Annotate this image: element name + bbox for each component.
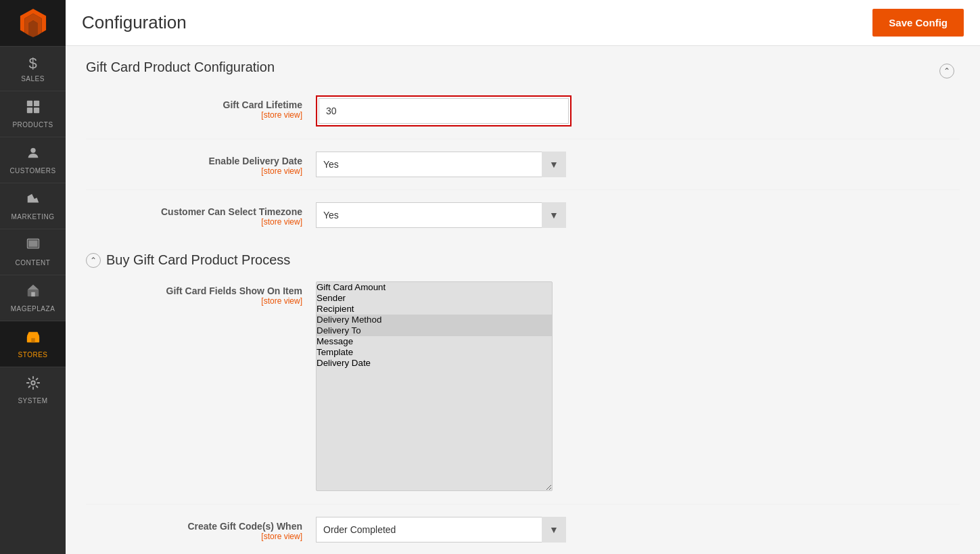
timezone-label-wrap: Customer Can Select Timezone [store view… (86, 202, 316, 227)
timezone-select[interactable]: Yes No (316, 202, 566, 228)
sidebar-item-stores[interactable]: STORES (0, 321, 66, 367)
customers-icon (26, 145, 41, 164)
multiselect-item-message[interactable]: Message (317, 336, 552, 347)
sidebar-label-products: PRODUCTS (12, 121, 53, 129)
sales-icon: $ (28, 55, 37, 72)
timezone-row: Customer Can Select Timezone [store view… (86, 202, 960, 240)
header: Configuration Save Config (66, 0, 980, 46)
sidebar-label-mageplaza: MAGEPLAZA (11, 305, 55, 313)
sidebar-label-marketing: MARKETING (11, 213, 55, 221)
fields-show-multiselect[interactable]: Gift Card Amount Sender Recipient Delive… (316, 281, 553, 491)
delivery-date-select-wrap: Yes No ▼ (316, 152, 566, 177)
sidebar-item-content[interactable]: CONTENT (0, 229, 66, 275)
multiselect-item-recipient[interactable]: Recipient (317, 304, 552, 315)
multiselect-item-template[interactable]: Template (317, 347, 552, 358)
create-code-store-view: [store view] (86, 532, 302, 541)
lifetime-control (316, 95, 960, 126)
stores-icon (26, 329, 41, 348)
lifetime-input-highlight (316, 95, 571, 126)
fields-show-row: Gift Card Fields Show On Item [store vie… (86, 281, 960, 505)
svg-point-4 (30, 148, 35, 153)
fields-show-label-wrap: Gift Card Fields Show On Item [store vie… (86, 281, 316, 306)
svg-rect-7 (28, 241, 37, 247)
svg-rect-11 (31, 338, 35, 342)
mageplaza-icon (26, 283, 41, 302)
create-code-label-wrap: Create Gift Code(s) When [store view] (86, 517, 316, 541)
delivery-date-control: Yes No ▼ (316, 152, 960, 177)
svg-point-12 (31, 381, 35, 385)
sidebar-item-mageplaza[interactable]: MAGEPLAZA (0, 275, 66, 321)
buy-section-title: Buy Gift Card Product Process (106, 252, 290, 268)
page-title: Configuration (82, 12, 187, 33)
svg-rect-1 (33, 101, 39, 106)
sidebar-label-sales: SALES (21, 75, 45, 83)
system-icon (26, 375, 41, 394)
sidebar-label-content: CONTENT (16, 259, 51, 267)
delivery-date-label: Enable Delivery Date (86, 156, 302, 166)
create-code-control: Order Completed Invoice Created Order Pl… (316, 517, 960, 543)
fields-show-label: Gift Card Fields Show On Item (86, 285, 302, 296)
products-icon (26, 99, 41, 118)
save-config-button[interactable]: Save Config (872, 9, 964, 37)
sidebar-item-products[interactable]: PRODUCTS (0, 91, 66, 137)
timezone-label: Customer Can Select Timezone (86, 206, 302, 217)
multiselect-item-sender[interactable]: Sender (317, 293, 552, 304)
content-icon (26, 237, 41, 256)
sidebar-label-system: SYSTEM (18, 397, 47, 405)
fields-show-store-view: [store view] (86, 296, 302, 306)
lifetime-label: Gift Card Lifetime (86, 99, 302, 110)
svg-rect-0 (26, 101, 32, 106)
sidebar-item-marketing[interactable]: MARKETING (0, 183, 66, 229)
sidebar-label-customers: CUSTOMERS (9, 167, 55, 175)
sidebar-item-system[interactable]: SYSTEM (0, 367, 66, 413)
timezone-select-wrap: Yes No ▼ (316, 202, 566, 228)
sidebar: $ SALES PRODUCTS CUSTOMERS MARKETING CON… (0, 0, 66, 554)
svg-rect-3 (33, 108, 39, 113)
lifetime-row: Gift Card Lifetime [store view] (86, 95, 960, 139)
delivery-date-row: Enable Delivery Date [store view] Yes No… (86, 152, 960, 190)
sidebar-item-customers[interactable]: CUSTOMERS (0, 137, 66, 183)
multiselect-item-delivery-date[interactable]: Delivery Date (317, 358, 552, 369)
lifetime-store-view: [store view] (86, 110, 302, 120)
multiselect-item-delivery-to[interactable]: Delivery To (317, 325, 552, 336)
delivery-date-select[interactable]: Yes No (316, 152, 566, 177)
sidebar-label-stores: STORES (18, 351, 48, 359)
gift-card-collapse-button[interactable]: ⌃ (939, 64, 954, 78)
svg-rect-2 (26, 108, 32, 113)
sidebar-logo (0, 0, 66, 46)
timezone-store-view: [store view] (86, 217, 302, 227)
create-code-select[interactable]: Order Completed Invoice Created Order Pl… (316, 517, 566, 543)
delivery-date-label-wrap: Enable Delivery Date [store view] (86, 152, 316, 176)
buy-section-collapse-button[interactable]: ⌃ (86, 253, 101, 268)
marketing-icon (26, 191, 41, 210)
multiselect-item-delivery-method[interactable]: Delivery Method (317, 315, 552, 325)
gift-card-section-title: Gift Card Product Configuration (86, 60, 275, 82)
timezone-control: Yes No ▼ (316, 202, 960, 228)
svg-rect-9 (31, 292, 35, 296)
delivery-date-store-view: [store view] (86, 166, 302, 176)
multiselect-item-gift-card-amount[interactable]: Gift Card Amount (317, 282, 552, 293)
lifetime-input[interactable] (319, 98, 569, 124)
gift-card-section: Gift Card Product Configuration ⌃ Gift C… (86, 60, 960, 240)
buy-section: ⌃ Buy Gift Card Product Process Gift Car… (86, 252, 960, 554)
sidebar-item-sales[interactable]: $ SALES (0, 46, 66, 91)
create-code-row: Create Gift Code(s) When [store view] Or… (86, 517, 960, 554)
content-area: Gift Card Product Configuration ⌃ Gift C… (66, 46, 980, 554)
buy-section-title-row: ⌃ Buy Gift Card Product Process (86, 252, 960, 268)
create-code-label: Create Gift Code(s) When (86, 521, 302, 532)
create-code-select-wrap: Order Completed Invoice Created Order Pl… (316, 517, 566, 543)
lifetime-label-wrap: Gift Card Lifetime [store view] (86, 95, 316, 120)
fields-show-control: Gift Card Amount Sender Recipient Delive… (316, 281, 960, 492)
main-area: Configuration Save Config Gift Card Prod… (66, 0, 980, 554)
